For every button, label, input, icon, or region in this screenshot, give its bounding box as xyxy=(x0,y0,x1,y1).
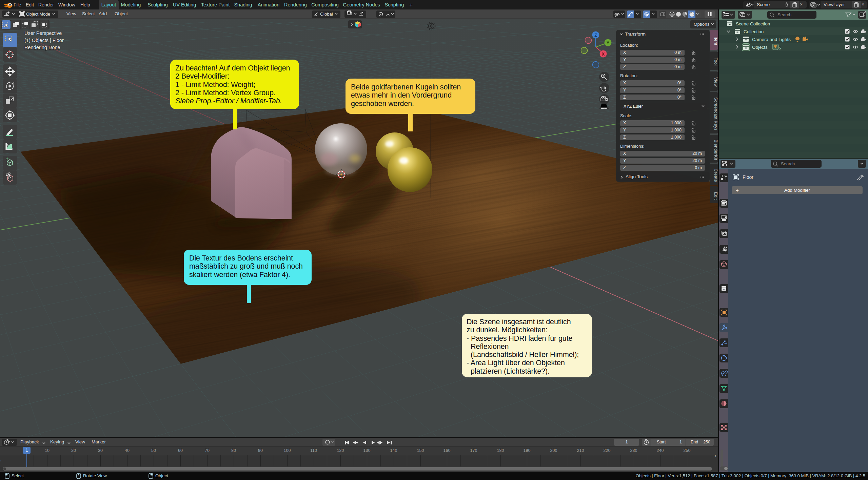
svg-text:Search: Search xyxy=(777,12,791,17)
svg-text:Z: Z xyxy=(594,33,597,38)
svg-text:Collection: Collection xyxy=(744,29,764,34)
svg-text:Global: Global xyxy=(320,12,333,17)
svg-text:Camera and Lights: Camera and Lights xyxy=(752,37,791,42)
svg-text:X: X xyxy=(602,52,605,57)
svg-text:Scene Collection: Scene Collection xyxy=(736,21,770,26)
svg-text:Y: Y xyxy=(607,41,609,45)
svg-text:Search: Search xyxy=(781,161,795,166)
svg-text:Objects: Objects xyxy=(752,45,768,50)
svg-text:5: 5 xyxy=(779,46,781,50)
